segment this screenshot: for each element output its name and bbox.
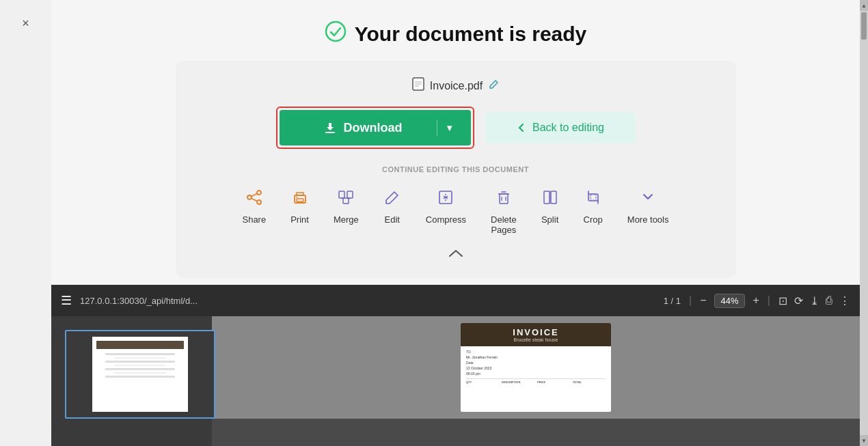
- svg-rect-14: [339, 191, 344, 198]
- tool-delete-pages[interactable]: DeletePages: [478, 183, 529, 240]
- crop-label: Crop: [584, 214, 603, 225]
- download-btn-main: Download: [299, 121, 427, 135]
- print-label: Print: [290, 214, 309, 225]
- download-button[interactable]: Download ▾: [280, 110, 471, 145]
- document-card: Invoice.pdf Download: [176, 61, 736, 278]
- scroll-down-arrow[interactable]: ▼: [860, 435, 868, 446]
- svg-rect-12: [297, 199, 303, 201]
- share-icon: [245, 189, 263, 210]
- pdf-page-info: 1 / 1: [664, 296, 681, 306]
- crop-icon: [584, 189, 602, 210]
- svg-rect-25: [544, 191, 550, 204]
- merge-label: Merge: [334, 214, 359, 225]
- pdf-download-icon[interactable]: ⤓: [810, 294, 819, 307]
- edit-icon: [383, 189, 401, 210]
- back-to-editing-button[interactable]: Back to editing: [485, 112, 636, 143]
- download-chevron-icon: ▾: [447, 122, 452, 133]
- delete-pages-icon: [495, 189, 513, 210]
- svg-rect-16: [343, 198, 349, 204]
- back-to-editing-label: Back to editing: [532, 122, 604, 134]
- print-icon: [291, 189, 309, 210]
- thumb-header-bar: [96, 341, 184, 349]
- svg-rect-5: [325, 132, 335, 133]
- file-icon: [412, 77, 424, 94]
- svg-rect-28: [591, 195, 596, 200]
- tool-split[interactable]: Split: [529, 183, 571, 230]
- more-tools-icon: [639, 189, 657, 210]
- download-label: Download: [344, 121, 403, 135]
- pdf-more-icon[interactable]: ⋮: [839, 294, 850, 307]
- check-icon: [325, 20, 347, 47]
- merge-icon: [337, 189, 355, 210]
- file-name-row: Invoice.pdf: [196, 77, 716, 94]
- svg-point-6: [257, 191, 261, 195]
- page-header: Your document is ready: [51, 0, 860, 61]
- rename-icon[interactable]: [488, 79, 499, 93]
- split-icon: [541, 189, 559, 210]
- invoice-table-header: QTY DESCRIPTION PRICE TOTAL: [466, 378, 606, 384]
- tool-edit[interactable]: Edit: [371, 183, 413, 230]
- pdf-menu-icon[interactable]: ☰: [61, 293, 72, 308]
- svg-rect-19: [439, 191, 452, 204]
- invoice-card: INVOICE Brucelle steak house TO Mr. Jona…: [461, 323, 611, 412]
- tool-more-tools[interactable]: More tools: [615, 183, 681, 230]
- svg-point-8: [257, 200, 261, 204]
- main-content: Your document is ready Invoice.pdf: [51, 0, 860, 446]
- more-tools-label: More tools: [627, 214, 669, 225]
- invoice-title: INVOICE: [466, 327, 606, 337]
- share-label: Share: [242, 214, 266, 225]
- split-label: Split: [541, 214, 558, 225]
- invoice-subtitle: Brucelle steak house: [466, 337, 606, 342]
- invoice-header: INVOICE Brucelle steak house: [461, 323, 611, 346]
- download-button-wrapper: Download ▾: [276, 107, 474, 149]
- pdf-url: 127.0.0.1:30030/_api/html/d...: [80, 296, 655, 306]
- pdf-toolbar: ☰ 127.0.0.1:30030/_api/html/d... 1 / 1 |…: [51, 285, 860, 316]
- continue-editing-label: CONTINUE EDITING THIS DOCUMENT: [196, 165, 716, 173]
- scrollbar-thumb[interactable]: [861, 12, 867, 40]
- fit-page-icon[interactable]: ⊡: [778, 294, 787, 307]
- pdf-bar-action-icons: ⊡ ⟳ ⤓ ⎙ ⋮: [778, 294, 850, 307]
- tool-print[interactable]: Print: [278, 183, 321, 230]
- file-name: Invoice.pdf: [430, 80, 483, 92]
- history-icon[interactable]: ⟳: [794, 294, 803, 307]
- thumbnail-panel: [51, 316, 212, 446]
- svg-rect-26: [551, 191, 556, 204]
- tools-row: Share Print: [196, 183, 716, 240]
- action-buttons-row: Download ▾ Back to editing: [196, 107, 716, 149]
- delete-pages-label: DeletePages: [491, 214, 517, 235]
- collapse-row: [196, 247, 716, 262]
- svg-point-13: [296, 197, 297, 198]
- tool-crop[interactable]: Crop: [571, 183, 615, 230]
- scroll-up-arrow[interactable]: ▲: [860, 0, 868, 11]
- invoice-body: TO Mr. Jonathan Ferrein Date 13 October …: [461, 346, 611, 387]
- svg-line-9: [252, 194, 257, 197]
- invoice-preview: INVOICE Brucelle steak house TO Mr. Jona…: [212, 316, 860, 419]
- collapse-button[interactable]: [448, 247, 464, 262]
- svg-rect-15: [347, 191, 353, 198]
- page-title: Your document is ready: [355, 23, 587, 46]
- tool-share[interactable]: Share: [230, 183, 278, 230]
- edit-label: Edit: [385, 214, 400, 225]
- pdf-preview-area: INVOICE Brucelle steak house TO Mr. Jona…: [51, 316, 860, 446]
- pdf-thumb-inner: [92, 337, 188, 412]
- right-scrollbar[interactable]: ▲ ▼: [860, 0, 868, 446]
- zoom-level[interactable]: 44%: [714, 294, 744, 308]
- tool-merge[interactable]: Merge: [321, 183, 371, 230]
- svg-point-7: [247, 195, 252, 199]
- zoom-out-icon[interactable]: −: [700, 294, 706, 307]
- left-sidebar: ×: [0, 0, 51, 446]
- pdf-thumbnail[interactable]: [65, 330, 215, 419]
- tool-compress[interactable]: Compress: [413, 183, 478, 230]
- pdf-print-icon[interactable]: ⎙: [826, 294, 832, 307]
- svg-line-10: [252, 199, 257, 201]
- zoom-in-icon[interactable]: +: [753, 294, 759, 307]
- btn-divider: [437, 120, 437, 136]
- svg-point-0: [326, 22, 345, 41]
- close-button[interactable]: ×: [16, 14, 36, 33]
- compress-label: Compress: [426, 214, 466, 225]
- compress-icon: [437, 189, 455, 210]
